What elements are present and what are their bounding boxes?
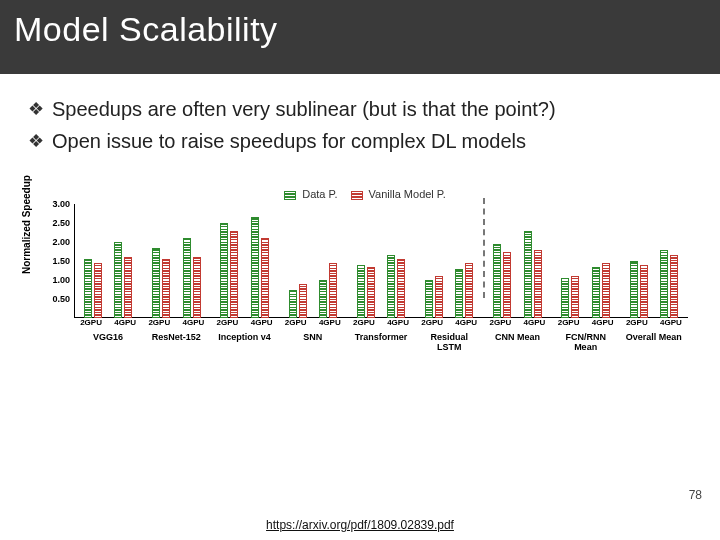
- chart-subgroup: [625, 204, 652, 318]
- chart-xtick-minor: 4GPU: [586, 318, 620, 330]
- chart: Data P. Vanilla Model P. Normalized Spee…: [28, 188, 692, 344]
- chart-bar: [357, 265, 365, 318]
- slide-title: Model Scalability: [14, 10, 706, 49]
- chart-bar: [524, 231, 532, 318]
- chart-subgroup: [451, 204, 478, 318]
- chart-bar-groups: [74, 204, 688, 318]
- legend-swatch-datap: [284, 191, 296, 200]
- chart-group: [142, 204, 210, 318]
- chart-bar: [251, 217, 259, 318]
- chart-bar: [640, 265, 648, 318]
- chart-bar: [220, 223, 228, 318]
- chart-group: [347, 204, 415, 318]
- chart-xtick-major: Overall Mean: [620, 332, 688, 352]
- chart-xtick-minor: 2GPU: [415, 318, 449, 330]
- chart-bar: [299, 284, 307, 318]
- chart-bar: [425, 280, 433, 318]
- chart-bar: [230, 231, 238, 318]
- chart-subgroup: [79, 204, 106, 318]
- chart-xtick-major: Transformer: [347, 332, 415, 352]
- chart-xtick-minor: 2GPU: [210, 318, 244, 330]
- chart-bar: [455, 269, 463, 318]
- slide: Model Scalability ❖ Speedups are often v…: [0, 0, 720, 540]
- chart-subgroup: [352, 204, 379, 318]
- chart-xtick-minor: 2GPU: [142, 318, 176, 330]
- chart-bar: [329, 263, 337, 318]
- chart-bar: [435, 276, 443, 318]
- chart-xtick-major: VGG16: [74, 332, 142, 352]
- chart-xtick-minor: 4GPU: [517, 318, 551, 330]
- bullet-marker-icon: ❖: [28, 128, 44, 154]
- chart-subgroup: [557, 204, 584, 318]
- chart-ytick: 2.50: [52, 218, 73, 228]
- chart-bar: [397, 259, 405, 318]
- chart-xtick-minor: 4GPU: [313, 318, 347, 330]
- chart-bar: [592, 267, 600, 318]
- chart-xtick-major: Residual LSTM: [415, 332, 483, 352]
- chart-xtick-major: Inception v4: [210, 332, 278, 352]
- chart-group: [483, 204, 551, 318]
- chart-group: [552, 204, 620, 318]
- chart-xtick-minor: 2GPU: [483, 318, 517, 330]
- chart-bar: [193, 257, 201, 318]
- chart-xtick-major: FCN/RNN Mean: [552, 332, 620, 352]
- chart-bar: [602, 263, 610, 318]
- chart-group: [620, 204, 688, 318]
- chart-bar: [571, 276, 579, 318]
- chart-subgroup: [383, 204, 410, 318]
- chart-bar: [670, 255, 678, 318]
- chart-bar: [387, 255, 395, 318]
- chart-group: [74, 204, 142, 318]
- chart-subgroup: [284, 204, 311, 318]
- chart-group: [210, 204, 278, 318]
- chart-subgroup: [110, 204, 137, 318]
- chart-xtick-minor: 4GPU: [108, 318, 142, 330]
- chart-bar: [660, 250, 668, 318]
- chart-xtick-minor: 4GPU: [449, 318, 483, 330]
- bullet-text: Open issue to raise speedups for complex…: [52, 128, 526, 154]
- chart-xtick-minor: 2GPU: [279, 318, 313, 330]
- chart-subgroup: [519, 204, 546, 318]
- chart-bar: [465, 263, 473, 318]
- chart-bar: [493, 244, 501, 318]
- chart-subgroup: [246, 204, 273, 318]
- chart-xtick-minor: 2GPU: [74, 318, 108, 330]
- chart-bar: [162, 259, 170, 318]
- chart-ytick: 3.00: [52, 199, 73, 209]
- bullet-marker-icon: ❖: [28, 96, 44, 122]
- chart-ytick: 2.00: [52, 237, 73, 247]
- chart-subgroup: [489, 204, 516, 318]
- chart-xlabels-major: VGG16ResNet-152Inception v4SNNTransforme…: [74, 332, 688, 352]
- chart-subgroup: [148, 204, 175, 318]
- chart-xtick-major: ResNet-152: [142, 332, 210, 352]
- chart-xtick-minor: 4GPU: [245, 318, 279, 330]
- bullet-text: Speedups are often very sublinear (but i…: [52, 96, 556, 122]
- chart-bar: [630, 261, 638, 318]
- chart-bar: [183, 238, 191, 318]
- legend-swatch-modelp: [351, 191, 363, 200]
- chart-ylabel: Normalized Speedup: [21, 175, 32, 274]
- chart-subgroup: [587, 204, 614, 318]
- bullet-item: ❖ Open issue to raise speedups for compl…: [28, 128, 692, 154]
- bullet-item: ❖ Speedups are often very sublinear (but…: [28, 96, 692, 122]
- chart-bar: [534, 250, 542, 318]
- chart-subgroup: [216, 204, 243, 318]
- chart-xtick-minor: 4GPU: [381, 318, 415, 330]
- chart-xtick-major: CNN Mean: [483, 332, 551, 352]
- chart-bar: [124, 257, 132, 318]
- chart-xtick-minor: 2GPU: [347, 318, 381, 330]
- slide-body: ❖ Speedups are often very sublinear (but…: [0, 74, 720, 154]
- chart-bar: [367, 267, 375, 318]
- chart-bar: [503, 252, 511, 319]
- chart-bar: [114, 242, 122, 318]
- chart-ytick: 0.50: [52, 294, 73, 304]
- chart-xtick-minor: 2GPU: [552, 318, 586, 330]
- chart-subgroup: [178, 204, 205, 318]
- chart-bar: [561, 278, 569, 318]
- title-band: Model Scalability: [0, 0, 720, 74]
- chart-xtick-minor: 4GPU: [176, 318, 210, 330]
- chart-subgroup: [656, 204, 683, 318]
- citation-link[interactable]: https://arxiv.org/pdf/1809.02839.pdf: [0, 518, 720, 532]
- chart-group: [415, 204, 483, 318]
- chart-bar: [152, 248, 160, 318]
